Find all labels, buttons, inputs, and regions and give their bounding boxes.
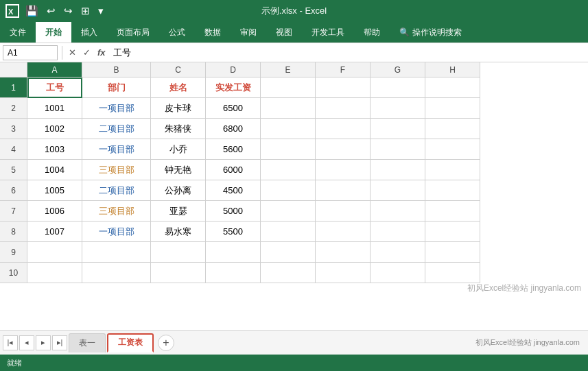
cell-D8[interactable]: 5500 — [206, 222, 261, 242]
cell-D7[interactable]: 5000 — [206, 201, 261, 222]
cell-G2[interactable] — [371, 98, 425, 119]
col-header-E[interactable]: E — [261, 62, 316, 77]
cell-D3[interactable]: 6800 — [206, 119, 261, 139]
cell-F5[interactable] — [316, 160, 371, 180]
cell-H6[interactable] — [425, 180, 480, 201]
col-header-C[interactable]: C — [151, 62, 206, 77]
cell-E2[interactable] — [261, 98, 316, 119]
cell-B5[interactable]: 三项目部 — [82, 160, 151, 180]
add-sheet-button[interactable]: + — [158, 335, 174, 351]
cell-D1[interactable]: 实发工资 — [206, 77, 261, 98]
col-header-A[interactable]: A — [27, 62, 82, 77]
col-header-B[interactable]: B — [82, 62, 151, 77]
cell-A4[interactable]: 1003 — [27, 139, 82, 160]
tab-data[interactable]: 数据 — [195, 22, 231, 43]
cell-G9[interactable] — [371, 242, 425, 263]
redo-button[interactable]: ↪ — [62, 3, 75, 19]
cell-C4[interactable]: 小乔 — [151, 139, 206, 160]
cell-C9[interactable] — [151, 242, 206, 263]
cell-G6[interactable] — [371, 180, 425, 201]
tab-help[interactable]: 帮助 — [354, 22, 390, 43]
cell-C2[interactable]: 皮卡球 — [151, 98, 206, 119]
cell-F4[interactable] — [316, 139, 371, 160]
cell-C10[interactable] — [151, 263, 206, 283]
cell-E6[interactable] — [261, 180, 316, 201]
cell-H10[interactable] — [425, 263, 480, 283]
cell-G1[interactable] — [371, 77, 425, 98]
cell-H9[interactable] — [425, 242, 480, 263]
cell-F10[interactable] — [316, 263, 371, 283]
cell-C3[interactable]: 朱猪侠 — [151, 119, 206, 139]
cell-D2[interactable]: 6500 — [206, 98, 261, 119]
sheet-nav-first[interactable]: |◂ — [3, 335, 18, 350]
cell-G3[interactable] — [371, 119, 425, 139]
cell-A10[interactable] — [27, 263, 82, 283]
confirm-formula-icon[interactable]: ✓ — [81, 47, 93, 58]
grid-button[interactable]: ⊞ — [79, 3, 92, 19]
dropdown-button[interactable]: ▾ — [96, 3, 106, 19]
tab-view[interactable]: 视图 — [266, 22, 302, 43]
cell-H8[interactable] — [425, 222, 480, 242]
cell-G5[interactable] — [371, 160, 425, 180]
cell-A1[interactable]: 工号 — [27, 77, 82, 98]
cell-F7[interactable] — [316, 201, 371, 222]
cell-A6[interactable]: 1005 — [27, 180, 82, 201]
cell-E5[interactable] — [261, 160, 316, 180]
sheet-nav-prev[interactable]: ◂ — [19, 335, 34, 350]
cell-F3[interactable] — [316, 119, 371, 139]
cell-F1[interactable] — [316, 77, 371, 98]
cell-E7[interactable] — [261, 201, 316, 222]
cell-B1[interactable]: 部门 — [82, 77, 151, 98]
col-header-F[interactable]: F — [316, 62, 371, 77]
cell-G4[interactable] — [371, 139, 425, 160]
col-header-D[interactable]: D — [206, 62, 261, 77]
sheet-tab-2[interactable]: 工资表 — [107, 333, 154, 352]
cell-B10[interactable] — [82, 263, 151, 283]
cell-F6[interactable] — [316, 180, 371, 201]
cell-A5[interactable]: 1004 — [27, 160, 82, 180]
cell-H2[interactable] — [425, 98, 480, 119]
tab-search[interactable]: 🔍 操作说明搜索 — [390, 22, 471, 43]
cell-H1[interactable] — [425, 77, 480, 98]
cell-B6[interactable]: 二项目部 — [82, 180, 151, 201]
tab-developer[interactable]: 开发工具 — [302, 22, 354, 43]
cell-B8[interactable]: 一项目部 — [82, 222, 151, 242]
tab-insert[interactable]: 插入 — [71, 22, 107, 43]
cell-A9[interactable] — [27, 242, 82, 263]
cell-A2[interactable]: 1001 — [27, 98, 82, 119]
cell-H4[interactable] — [425, 139, 480, 160]
col-header-G[interactable]: G — [371, 62, 425, 77]
cell-D4[interactable]: 5600 — [206, 139, 261, 160]
name-box[interactable]: A1 — [3, 45, 58, 60]
cell-E3[interactable] — [261, 119, 316, 139]
cell-E8[interactable] — [261, 222, 316, 242]
cell-D6[interactable]: 4500 — [206, 180, 261, 201]
cell-H5[interactable] — [425, 160, 480, 180]
cell-A7[interactable]: 1006 — [27, 201, 82, 222]
cell-D5[interactable]: 6000 — [206, 160, 261, 180]
cell-B3[interactable]: 二项目部 — [82, 119, 151, 139]
cell-B4[interactable]: 一项目部 — [82, 139, 151, 160]
tab-page-layout[interactable]: 页面布局 — [107, 22, 159, 43]
cell-D10[interactable] — [206, 263, 261, 283]
undo-button[interactable]: ↩ — [45, 3, 58, 19]
cell-C1[interactable]: 姓名 — [151, 77, 206, 98]
cell-G8[interactable] — [371, 222, 425, 242]
col-header-H[interactable]: H — [425, 62, 480, 77]
cell-E10[interactable] — [261, 263, 316, 283]
cell-E9[interactable] — [261, 242, 316, 263]
cell-F9[interactable] — [316, 242, 371, 263]
sheet-tab-1[interactable]: 表一 — [69, 333, 106, 352]
cell-D9[interactable] — [206, 242, 261, 263]
cell-F8[interactable] — [316, 222, 371, 242]
cancel-formula-icon[interactable]: ✕ — [67, 47, 78, 58]
cell-H7[interactable] — [425, 201, 480, 222]
sheet-nav-next[interactable]: ▸ — [36, 335, 51, 350]
tab-formulas[interactable]: 公式 — [159, 22, 195, 43]
cell-C5[interactable]: 钟无艳 — [151, 160, 206, 180]
tab-home[interactable]: 开始 — [36, 22, 71, 43]
cell-B7[interactable]: 三项目部 — [82, 201, 151, 222]
insert-function-icon[interactable]: fx — [95, 47, 108, 58]
formula-input[interactable] — [110, 47, 585, 58]
cell-C8[interactable]: 易水寒 — [151, 222, 206, 242]
